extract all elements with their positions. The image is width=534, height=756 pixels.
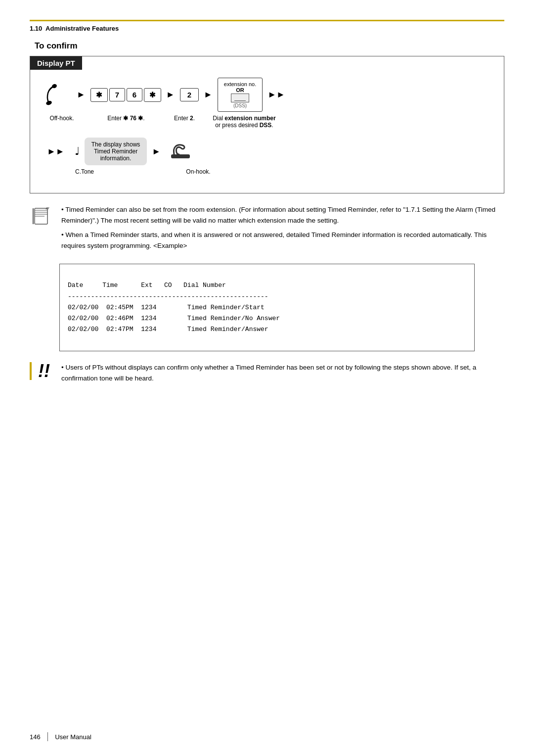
note-text: • Timed Reminder can also be set from th… xyxy=(61,204,504,255)
mono-table: Date Time Ext CO Dial Number -----------… xyxy=(59,264,475,351)
arrow-2: ► xyxy=(166,90,175,100)
ext-label: extension no. xyxy=(224,81,256,87)
footer-divider xyxy=(47,732,48,741)
music-note-icon: ♩ xyxy=(75,145,80,158)
page-title: To confirm xyxy=(35,41,504,51)
arrow-3: ► xyxy=(204,90,213,100)
display-bubble: The display shows Timed Reminder informa… xyxy=(85,138,147,165)
bubble-line2: Timed Reminder xyxy=(91,148,140,155)
key-star-2: ✱ xyxy=(144,88,161,102)
key-star-1: ✱ xyxy=(90,88,108,102)
ext-dss-box xyxy=(231,94,249,102)
warning-icon: !! xyxy=(30,362,53,380)
display-pt-label: Display PT xyxy=(30,56,82,70)
section-header: 1.10 Administrative Features xyxy=(30,20,504,32)
diagram-row-1-labels: Off-hook. Enter ✱ 76 ✱. Enter 2. Dial ex… xyxy=(30,115,504,129)
key-2: 2 xyxy=(180,88,199,101)
onhook-phone-icon xyxy=(166,138,195,165)
key-7: 7 xyxy=(109,88,125,101)
arrow-4: ► xyxy=(152,146,161,157)
label-extension: Dial extension numberor press desired DS… xyxy=(212,115,276,129)
warning-section: !! • Users of PTs without displays can c… xyxy=(30,362,504,383)
label-offhook: Off-hook. xyxy=(42,115,82,122)
bubble-line3: information. xyxy=(91,155,140,162)
diagram-row-2-labels: C.Tone On-hook. xyxy=(30,168,504,175)
footer-label: User Manual xyxy=(55,733,91,741)
table-container: Date Time Ext CO Dial Number -----------… xyxy=(59,264,475,351)
arrow-1: ► xyxy=(77,90,86,100)
double-arrow-2: ►► xyxy=(47,146,65,157)
note-bullet-2: • When a Timed Reminder starts, and when… xyxy=(61,230,504,251)
ctone-icon: ♩ xyxy=(75,145,80,158)
page-number: 146 xyxy=(30,733,41,741)
note-section: • Timed Reminder can also be set from th… xyxy=(30,204,504,255)
offhook-phone-icon xyxy=(42,82,72,108)
note-bullet-1: • Timed Reminder can also be set from th… xyxy=(61,204,504,226)
page-footer: 146 User Manual xyxy=(30,732,504,741)
key-sequence-star76star: ✱ 7 6 ✱ xyxy=(90,88,161,102)
dss-label: (DSS) xyxy=(224,103,256,108)
bubble-line1: The display shows xyxy=(91,141,140,148)
label-onhook: On-hook. xyxy=(178,168,218,175)
label-ctone: C.Tone xyxy=(70,168,99,175)
warning-text: • Users of PTs without displays can conf… xyxy=(61,362,504,383)
label-star76star: Enter ✱ 76 ✱. xyxy=(96,115,156,122)
ext-or: OR xyxy=(224,87,256,93)
extension-no-box: extension no. OR (DSS) xyxy=(218,78,263,112)
diagram-row-2: ►► ♩ The display shows Timed Reminder in… xyxy=(30,138,504,165)
notebook-icon xyxy=(31,205,52,227)
diagram-row-1: ► ✱ 7 6 ✱ ► 2 ► extension no. OR xyxy=(30,78,504,112)
label-enter2: Enter 2. xyxy=(170,115,199,122)
svg-point-0 xyxy=(45,100,52,106)
note-icon xyxy=(30,204,53,227)
display-pt-box: Display PT ► ✱ 7 6 ✱ xyxy=(30,56,504,193)
key-6: 6 xyxy=(127,88,142,101)
section-title: 1.10 Administrative Features xyxy=(30,25,119,32)
double-arrow-1: ►► xyxy=(267,90,285,100)
